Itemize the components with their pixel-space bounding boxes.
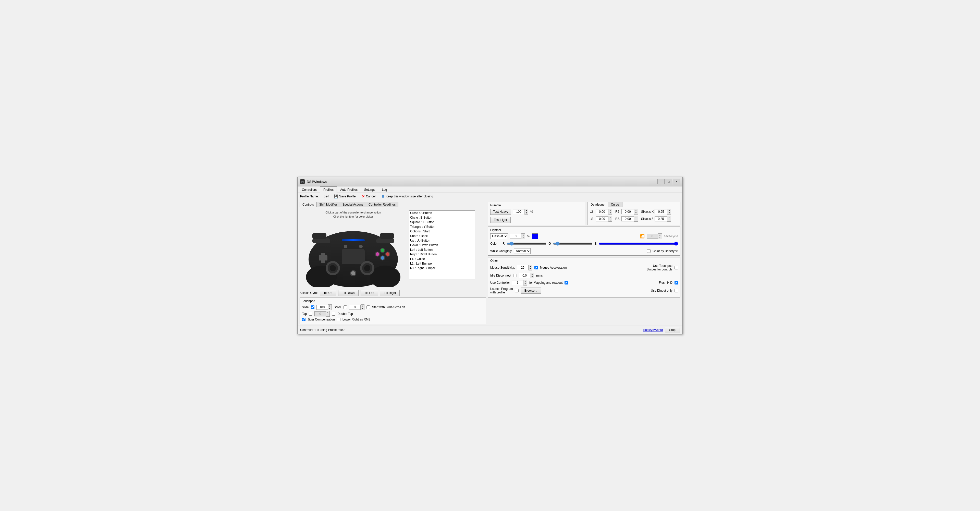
tab-settings[interactable]: Settings [361, 187, 379, 193]
minimize-button[interactable]: — [657, 179, 665, 184]
use-touchpad-checkbox[interactable] [675, 266, 678, 270]
list-item[interactable]: R1 : Right Bumper [409, 266, 475, 270]
sixaxis-x-spin-up[interactable]: ▲ [667, 209, 671, 212]
tilt-right-button[interactable]: Tilt Right [380, 290, 400, 296]
tap-spin-down[interactable]: ▼ [326, 314, 329, 316]
controller-spin-down[interactable]: ▼ [523, 283, 527, 285]
list-item[interactable]: Up : Up Button [409, 238, 475, 243]
ls-value-input[interactable] [596, 216, 608, 221]
list-item[interactable]: Circle : B Button [409, 215, 475, 220]
g-slider[interactable] [553, 241, 593, 246]
scroll-spin-down[interactable]: ▼ [361, 307, 364, 310]
tap-value-input[interactable] [314, 311, 326, 316]
list-item[interactable]: L1 : Left Bumper [409, 261, 475, 266]
tab-log[interactable]: Log [379, 187, 390, 193]
ls-spin-down[interactable]: ▼ [608, 219, 612, 221]
save-profile-button[interactable]: 💾 Save Profile [333, 194, 357, 199]
secs-spin-up[interactable]: ▲ [658, 234, 662, 236]
slide-value-input[interactable] [317, 305, 328, 310]
l2-spin-up[interactable]: ▲ [608, 209, 612, 212]
deadzone-tab[interactable]: Deadzone [587, 202, 608, 208]
tab-profiles[interactable]: Profiles [320, 187, 337, 193]
rs-spin-up[interactable]: ▲ [634, 216, 638, 219]
r-slider[interactable] [507, 241, 547, 246]
list-item[interactable]: Down : Down Button [409, 243, 475, 248]
button-list[interactable]: Cross : A Button Circle : B Button Squar… [409, 211, 475, 279]
scroll-value-input[interactable] [349, 305, 361, 310]
tab-auto-profiles[interactable]: Auto Profiles [337, 187, 361, 193]
for-mapping-checkbox[interactable] [565, 281, 568, 284]
tap-spin-up[interactable]: ▲ [326, 311, 329, 314]
keep-window-button[interactable]: ⊞ Keep this window size after closing [380, 194, 434, 199]
stop-button[interactable]: Stop [665, 327, 680, 333]
color-swatch[interactable] [532, 233, 538, 239]
rs-spin-down[interactable]: ▼ [634, 219, 638, 221]
mouse-sens-spin-down[interactable]: ▼ [528, 268, 532, 270]
flush-hid-checkbox[interactable] [675, 281, 678, 284]
start-with-off-checkbox[interactable] [366, 305, 370, 309]
maximize-button[interactable]: □ [665, 179, 672, 184]
secs-spin-down[interactable]: ▼ [658, 236, 662, 239]
r2-spin-down[interactable]: ▼ [634, 212, 638, 214]
list-item[interactable]: Cross : A Button [409, 211, 475, 215]
r2-value-input[interactable] [621, 209, 634, 214]
browse-button[interactable]: Browse... [520, 287, 541, 294]
charging-select[interactable]: Normal Pulse Flash [514, 248, 531, 254]
jitter-checkbox[interactable] [302, 318, 305, 321]
flash-select[interactable]: Flash at Solid Off [490, 233, 508, 239]
test-light-button[interactable]: Test Light [490, 217, 511, 223]
curve-tab[interactable]: Curve [608, 202, 622, 208]
double-tap-checkbox[interactable] [332, 312, 335, 316]
list-item[interactable]: Share : Back [409, 234, 475, 238]
rumble-value-input[interactable] [513, 209, 525, 214]
rs-value-input[interactable] [621, 216, 634, 221]
idle-spin-up[interactable]: ▲ [530, 273, 534, 276]
b-slider[interactable] [599, 241, 678, 246]
test-heavy-button[interactable]: Test Heavy [490, 209, 511, 215]
list-item[interactable]: Triangle : Y Button [409, 225, 475, 229]
r2-spin-up[interactable]: ▲ [634, 209, 638, 212]
idle-spin-down[interactable]: ▼ [530, 276, 534, 278]
slide-spin-up[interactable]: ▲ [328, 305, 331, 307]
close-button[interactable]: ✕ [673, 179, 680, 184]
sixaxis-z-value-input[interactable] [655, 216, 667, 221]
rumble-spin-up[interactable]: ▲ [525, 209, 528, 212]
tab-controls[interactable]: Controls [300, 202, 317, 208]
color-by-battery-checkbox[interactable] [647, 249, 651, 253]
tilt-down-button[interactable]: Tilt Down [338, 290, 359, 296]
flash-spin-up[interactable]: ▲ [522, 234, 525, 236]
flash-value-input[interactable] [510, 234, 522, 239]
tab-controller-readings[interactable]: Controller Readings [366, 202, 398, 208]
mouse-sens-spin-up[interactable]: ▲ [528, 265, 532, 268]
mouse-accel-checkbox[interactable] [535, 266, 538, 270]
l2-spin-down[interactable]: ▼ [608, 212, 612, 214]
controller-spin-up[interactable]: ▲ [523, 280, 527, 283]
scroll-spin-up[interactable]: ▲ [361, 305, 364, 307]
sixaxis-x-spin-down[interactable]: ▼ [667, 212, 671, 214]
mouse-sensitivity-input[interactable] [517, 265, 528, 270]
lower-right-checkbox[interactable] [337, 318, 340, 321]
flash-spin-down[interactable]: ▼ [522, 236, 525, 239]
list-item[interactable]: Options : Start [409, 229, 475, 234]
tilt-left-button[interactable]: Tilt Left [361, 290, 378, 296]
cancel-button[interactable]: ✖ Cancel [361, 194, 376, 199]
list-item[interactable]: Right : Right Button [409, 252, 475, 257]
controller-value-input[interactable] [512, 280, 523, 285]
list-item[interactable]: PS : Guide [409, 257, 475, 261]
slide-checkbox[interactable] [311, 305, 314, 309]
use-dinput-checkbox[interactable] [675, 289, 678, 292]
ls-spin-up[interactable]: ▲ [608, 216, 612, 219]
list-item[interactable]: Square : X Button [409, 220, 475, 225]
tap-checkbox[interactable] [309, 312, 312, 316]
tab-shift-modifier[interactable]: Shift Modifier [317, 202, 340, 208]
slide-spin-down[interactable]: ▼ [328, 307, 331, 310]
tilt-up-button[interactable]: Tilt Up [320, 290, 336, 296]
l2-value-input[interactable] [596, 209, 608, 214]
tab-controllers[interactable]: Controllers [299, 187, 320, 193]
scroll-checkbox[interactable] [344, 305, 347, 309]
list-item[interactable]: Left : Left Button [409, 248, 475, 252]
tab-special-actions[interactable]: Special Actions [340, 202, 366, 208]
idle-value-input[interactable] [519, 273, 530, 278]
sixaxis-z-spin-down[interactable]: ▼ [667, 219, 671, 221]
hotkeys-link[interactable]: Hotkeys/About [643, 328, 663, 332]
